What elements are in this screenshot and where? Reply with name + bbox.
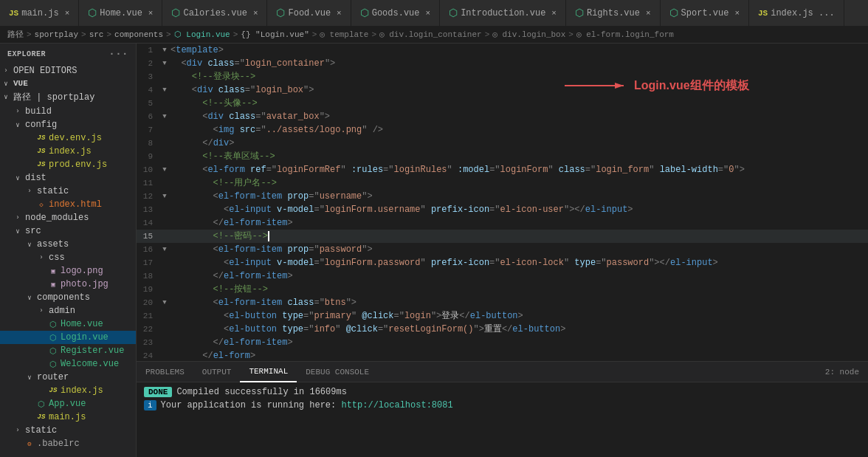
sidebar-item-sportplay[interactable]: ∨ 路径 | sportplay	[0, 89, 136, 105]
chevron-right-icon: ›	[35, 254, 47, 261]
tab-rights-vue[interactable]: ⬡ Rights.vue ×	[566, 0, 661, 26]
sidebar-item-home-vue[interactable]: ⬡ Home.vue	[0, 317, 136, 331]
chevron-down-icon: ∨	[12, 174, 24, 182]
chevron-down-icon: ∨	[12, 121, 24, 129]
code-line-2: 2 ▼ <div class="login_container">	[137, 57, 868, 70]
dist-folder-label: dist	[24, 173, 136, 183]
close-icon[interactable]: ×	[253, 9, 258, 18]
main-content: EXPLORER ··· › OPEN EDITORS ∨ VUE ∨ 路径 |…	[0, 44, 868, 457]
tab-label: Calories.vue	[183, 8, 247, 18]
tab-debug-console[interactable]: DEBUG CONSOLE	[297, 362, 378, 382]
tab-label: Home.vue	[100, 8, 142, 18]
code-line-4: 4 ▼ <div class="login_box">	[137, 83, 868, 97]
close-icon[interactable]: ×	[646, 9, 651, 18]
code-line-9: 9 <!--表单区域-->	[137, 150, 868, 163]
sidebar-item-assets[interactable]: ∨ assets	[0, 238, 136, 251]
explorer-title: EXPLORER	[7, 50, 46, 58]
sidebar-item-router[interactable]: ∨ router	[0, 371, 136, 384]
tab-terminal[interactable]: TERMINAL	[240, 362, 297, 382]
close-icon[interactable]: ×	[734, 9, 740, 18]
sidebar-item-photo[interactable]: ▣ photo.jpg	[0, 278, 136, 291]
vue-icon: ⬡	[575, 7, 584, 19]
sidebar-item-babelrc[interactable]: ⚙ .babelrc	[0, 437, 136, 450]
tab-calories-vue[interactable]: ⬡ Calories.vue ×	[162, 0, 267, 26]
chevron-down-icon: ∨	[24, 374, 35, 382]
home-vue-label: Home.vue	[59, 319, 136, 329]
sidebar-item-components[interactable]: ∨ components	[0, 291, 136, 304]
router-folder-label: router	[35, 372, 136, 382]
close-icon[interactable]: ×	[148, 9, 154, 18]
css-folder-label: css	[47, 252, 136, 263]
tab-label: Goods.vue	[372, 8, 420, 18]
code-line-16: 16 ▼ <el-form-item prop="password">	[137, 243, 868, 256]
tabs-bar: JS main.js × ⬡ Home.vue × ⬡ Calories.vue…	[0, 0, 868, 26]
sidebar-item-app-vue[interactable]: ⬡ App.vue	[0, 397, 136, 410]
img-file-icon: ▣	[47, 281, 59, 289]
terminal-content[interactable]: DONE Compiled successfully in 16609ms i …	[137, 382, 868, 457]
tab-problems[interactable]: PROBLEMS	[137, 362, 193, 382]
src-folder-label: src	[24, 226, 136, 236]
done-badge: DONE	[144, 387, 172, 397]
sidebar-item-login-vue[interactable]: ⬡ Login.vue	[0, 331, 136, 344]
sidebar-item-prod-env[interactable]: JS prod.env.js	[0, 158, 136, 171]
config-index-label: index.js	[47, 146, 136, 157]
tab-index-js[interactable]: JS index.js ...	[749, 0, 844, 26]
tab-introduction-vue[interactable]: ⬡ Introduction.vue ×	[440, 0, 566, 26]
code-editor[interactable]: Login.vue组件的模板 1 ▼ <template> 2 ▼ <div c…	[137, 44, 868, 361]
sidebar-item-static[interactable]: › static	[0, 185, 136, 198]
close-icon[interactable]: ×	[65, 9, 70, 18]
info-badge: i	[144, 400, 156, 410]
tab-sport-vue[interactable]: ⬡ Sport.vue ×	[661, 0, 749, 26]
sidebar-open-editors[interactable]: › OPEN EDITORS	[0, 64, 136, 78]
sidebar-item-node-modules[interactable]: › node_modules	[0, 211, 136, 224]
sidebar-vue-section[interactable]: ∨ VUE	[0, 78, 136, 89]
close-icon[interactable]: ×	[551, 9, 557, 18]
sidebar-item-admin[interactable]: › admin	[0, 304, 136, 317]
code-line-12: 12 ▼ <el-form-item prop="username">	[137, 190, 868, 203]
prod-env-label: prod.env.js	[47, 159, 136, 170]
chevron-right-icon: ›	[12, 214, 24, 221]
terminal-line-info: i Your application is running here: http…	[144, 400, 861, 410]
sidebar-item-build[interactable]: › build	[0, 105, 136, 118]
logo-label: logo.png	[59, 266, 136, 276]
sidebar-item-index-html[interactable]: ◇ index.html	[0, 198, 136, 211]
sidebar-item-src[interactable]: ∨ src	[0, 224, 136, 238]
open-editors-label: OPEN EDITORS	[12, 66, 136, 76]
html-file-icon: ◇	[35, 201, 47, 209]
tab-main-js[interactable]: JS main.js ×	[0, 0, 79, 26]
sidebar-item-main-js[interactable]: JS main.js	[0, 410, 136, 424]
router-index-label: index.js	[59, 385, 136, 396]
sidebar-item-dist[interactable]: ∨ dist	[0, 171, 136, 185]
tab-label: main.js	[21, 8, 58, 18]
panel-tabs: PROBLEMS OUTPUT TERMINAL DEBUG CONSOLE 2…	[137, 362, 868, 382]
sidebar-item-logo[interactable]: ▣ logo.png	[0, 264, 136, 278]
tab-label: Introduction.vue	[461, 8, 545, 18]
vue-icon: ⬡	[449, 7, 458, 19]
close-icon[interactable]: ×	[426, 9, 431, 18]
node-label: 2: node	[816, 368, 868, 377]
sidebar-header: EXPLORER ···	[0, 44, 136, 64]
chevron-down-icon: ∨	[12, 227, 24, 236]
vue-file-icon: ⬡	[35, 399, 47, 409]
vue-file-icon: ⬡	[47, 320, 59, 329]
sidebar-item-config[interactable]: ∨ config	[0, 118, 136, 131]
sidebar-item-welcome-vue[interactable]: ⬡ Welcome.vue	[0, 357, 136, 371]
app-link[interactable]: http://localhost:8081	[341, 400, 452, 410]
tab-output[interactable]: OUTPUT	[193, 362, 241, 382]
vue-section-label: VUE	[12, 79, 136, 88]
sidebar-item-router-index[interactable]: JS index.js	[0, 384, 136, 397]
sidebar-item-dev-env[interactable]: JS dev.env.js	[0, 131, 136, 145]
more-options-icon[interactable]: ···	[108, 48, 128, 60]
close-icon[interactable]: ×	[337, 9, 342, 18]
sidebar-item-static2[interactable]: › static	[0, 424, 136, 437]
sidebar-item-index-js-config[interactable]: JS index.js	[0, 145, 136, 158]
js-file-icon: JS	[35, 148, 47, 155]
tab-label: Food.vue	[288, 8, 331, 18]
sidebar-item-register-vue[interactable]: ⬡ Register.vue	[0, 344, 136, 357]
tab-goods-vue[interactable]: ⬡ Goods.vue ×	[351, 0, 440, 26]
tab-home-vue[interactable]: ⬡ Home.vue ×	[79, 0, 162, 26]
vue-icon: ⬡	[88, 7, 97, 19]
chevron-right-icon: ›	[12, 108, 24, 115]
tab-food-vue[interactable]: ⬡ Food.vue ×	[267, 0, 351, 26]
sidebar-item-css[interactable]: › css	[0, 251, 136, 264]
